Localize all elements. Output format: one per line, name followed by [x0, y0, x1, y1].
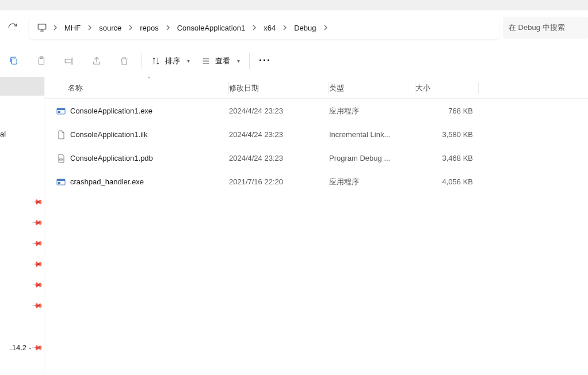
file-type: 应用程序 [329, 106, 415, 116]
chevron-down-icon: ▾ [187, 58, 190, 64]
copy-icon [9, 56, 19, 66]
svg-rect-7 [58, 111, 60, 113]
more-icon: ··· [259, 55, 271, 67]
chevron-right-icon[interactable] [280, 23, 289, 32]
sidebar-item-label: al [0, 130, 6, 138]
file-size: 3,580 KB [415, 130, 479, 139]
svg-rect-6 [57, 108, 65, 110]
file-size: 3,468 KB [415, 154, 479, 162]
column-name-label: 名称 [68, 83, 83, 93]
column-type[interactable]: 类型 [329, 77, 415, 99]
sidebar-item-selected[interactable] [0, 77, 44, 96]
sort-icon [151, 56, 161, 66]
sidebar-item-pinned[interactable]: 📌 [0, 296, 44, 315]
table-row[interactable]: crashpad_handler.exe 2021/7/16 22:20 应用程… [45, 170, 588, 194]
view-label: 查看 [215, 56, 230, 66]
chevron-right-icon[interactable] [250, 23, 259, 32]
search-placeholder: 在 Debug 中搜索 [509, 22, 565, 33]
table-row[interactable]: ConsoleApplication1.exe 2024/4/24 23:23 … [45, 99, 588, 123]
pin-icon: 📌 [32, 258, 44, 270]
breadcrumb-item[interactable]: ConsoleApplication1 [173, 21, 250, 35]
file-name: ConsoleApplication1.ilk [70, 130, 147, 139]
sidebar-item-version[interactable]: .14.2 - 📌 [0, 338, 44, 357]
sidebar-item-pinned[interactable]: 📌 [0, 234, 44, 252]
sidebar-item[interactable] [0, 357, 44, 375]
columns-header: 名称 ˄ 修改日期 类型 大小 [45, 77, 588, 99]
separator [249, 53, 250, 69]
file-type: Program Debug ... [329, 154, 415, 162]
view-button[interactable]: 查看 ▾ [196, 50, 246, 73]
breadcrumb-item[interactable]: repos [135, 21, 163, 35]
sidebar-item-pinned[interactable]: 📌 [0, 213, 44, 232]
command-bar: 排序 ▾ 查看 ▾ ··· [0, 45, 588, 77]
breadcrumb-item[interactable]: source [94, 21, 126, 35]
file-size: 4,056 KB [415, 177, 479, 186]
file-icon [56, 130, 66, 139]
sidebar-item-label: .14.2 - [10, 343, 31, 352]
clipboard-icon [36, 56, 47, 66]
sidebar: al 📌 📌 📌 📌 📌 📌 .14.2 - 📌 [0, 77, 45, 375]
rename-icon [63, 56, 75, 66]
file-type: Incremental Link... [329, 130, 415, 139]
file-type: 应用程序 [329, 177, 415, 187]
table-row[interactable]: ConsoleApplication1.ilk 2024/4/24 23:23 … [45, 123, 588, 146]
cut-button[interactable] [0, 50, 28, 73]
column-date[interactable]: 修改日期 [229, 77, 329, 99]
pin-icon: 📌 [32, 300, 44, 312]
chevron-down-icon: ▾ [237, 58, 240, 64]
pin-icon: 📌 [32, 342, 44, 354]
sort-caret-icon: ˄ [147, 76, 150, 82]
view-icon [201, 56, 211, 66]
file-icon [56, 177, 66, 187]
breadcrumb-bar[interactable]: MHF source repos ConsoleApplication1 x64… [29, 16, 499, 39]
column-size[interactable]: 大小 [415, 77, 479, 99]
paste-button[interactable] [28, 50, 55, 73]
sidebar-item-pinned[interactable]: 📌 [0, 192, 44, 211]
pin-icon: 📌 [32, 196, 44, 208]
file-name: crashpad_handler.exe [70, 177, 144, 186]
sidebar-item[interactable]: al [0, 124, 44, 143]
delete-button[interactable] [110, 50, 138, 73]
sort-label: 排序 [165, 56, 180, 66]
breadcrumb-item[interactable]: x64 [259, 21, 280, 35]
column-separator[interactable] [478, 82, 479, 94]
breadcrumb: MHF source repos ConsoleApplication1 x64… [60, 21, 330, 35]
breadcrumb-item[interactable]: MHF [60, 21, 85, 35]
table-row[interactable]: ConsoleApplication1.pdb 2024/4/24 23:23 … [45, 146, 588, 170]
chevron-right-icon[interactable] [321, 23, 330, 32]
chevron-right-icon[interactable] [163, 23, 173, 32]
body-area: al 📌 📌 📌 📌 📌 📌 .14.2 - 📌 名称 ˄ 修改日期 [0, 77, 588, 375]
share-icon [91, 56, 102, 66]
breadcrumb-item[interactable]: Debug [289, 21, 320, 35]
file-list: ConsoleApplication1.exe 2024/4/24 23:23 … [45, 99, 588, 194]
monitor-icon [37, 22, 47, 33]
svg-rect-0 [38, 24, 46, 29]
more-button[interactable]: ··· [253, 50, 277, 73]
sidebar-item-pinned[interactable]: 📌 [0, 275, 44, 294]
tab-strip [0, 0, 588, 10]
svg-rect-12 [58, 182, 60, 184]
sidebar-item-pinned[interactable]: 📌 [0, 255, 44, 273]
search-input[interactable]: 在 Debug 中搜索 [503, 17, 588, 39]
share-button[interactable] [83, 50, 110, 73]
file-name: ConsoleApplication1.exe [70, 107, 152, 115]
trash-icon [119, 56, 129, 66]
refresh-button[interactable] [0, 10, 25, 45]
file-icon [56, 154, 66, 163]
chevron-right-icon[interactable] [51, 23, 60, 32]
svg-rect-4 [65, 59, 71, 63]
chevron-right-icon[interactable] [126, 23, 135, 32]
refresh-icon [7, 22, 18, 33]
separator [142, 53, 142, 69]
column-name[interactable]: 名称 ˄ [45, 77, 229, 99]
file-date: 2024/4/24 23:23 [229, 130, 329, 139]
sort-button[interactable]: 排序 ▾ [146, 50, 196, 73]
column-date-label: 修改日期 [229, 83, 259, 93]
svg-rect-1 [12, 59, 17, 64]
column-type-label: 类型 [329, 83, 344, 93]
file-date: 2024/4/24 23:23 [229, 154, 329, 162]
pin-icon: 📌 [32, 279, 44, 291]
rename-button[interactable] [55, 50, 83, 73]
pin-icon: 📌 [32, 237, 44, 249]
chevron-right-icon[interactable] [85, 23, 94, 32]
